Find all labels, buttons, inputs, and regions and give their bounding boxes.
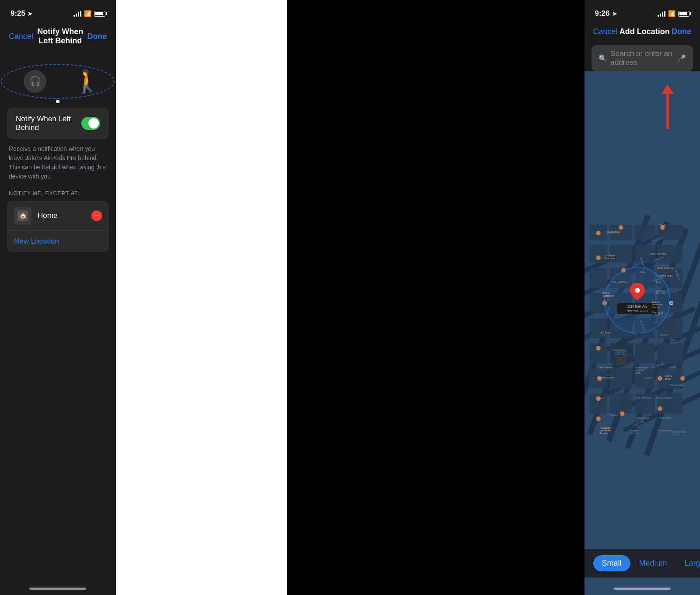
svg-rect-23 (609, 245, 632, 262)
svg-text:MLB Store: MLB Store (599, 331, 610, 334)
svg-text:La Grande: La Grande (605, 254, 615, 257)
svg-text:Equinox: Equinox (645, 377, 652, 379)
svg-text:Channel Gardens: Channel Gardens (657, 430, 673, 432)
status-icons-left: 📶 (74, 10, 105, 17)
airpods-icon: 🎧 (24, 70, 46, 93)
svg-text:PizzAr: PizzAr (660, 224, 666, 227)
svg-rect-41 (657, 343, 682, 364)
svg-text:Limani: Limani (670, 367, 676, 369)
svg-text:Enterprise: Enterprise (656, 290, 665, 292)
svg-point-72 (658, 406, 662, 411)
svg-text:RADIO CITY: RADIO CITY (615, 351, 626, 353)
svg-rect-20 (635, 225, 655, 240)
svg-text:Magnolia Bakery: Magnolia Bakery (597, 376, 614, 379)
location-arrow-left: ➤ (28, 10, 32, 17)
svg-point-73 (658, 376, 662, 381)
toggle-label: Notify When Left Behind (16, 115, 81, 132)
status-icons-right: 📶 (658, 10, 690, 17)
svg-rect-47 (609, 394, 632, 414)
svg-text:Udon Noodle: Udon Noodle (599, 430, 611, 432)
search-input[interactable]: Search or enter an address (611, 49, 674, 67)
clock-right: 9:26 (595, 9, 610, 18)
location-name-home: Home (38, 211, 91, 220)
middle-gap (116, 0, 287, 595)
svg-rect-26 (589, 268, 607, 288)
location-list: 🏠 Home − New Location (7, 201, 109, 252)
svg-text:Center: Center (635, 372, 641, 374)
remove-location-button[interactable]: − (91, 210, 102, 221)
svg-rect-34 (589, 318, 607, 338)
svg-text:US Post Office: US Post Office (672, 431, 686, 433)
signal-icon-right (658, 10, 665, 17)
svg-text:Ameri...: Ameri... (670, 339, 677, 341)
svg-text:TsuruTonTan: TsuruTonTan (599, 427, 611, 429)
size-buttons-bar: Small Medium Large (584, 549, 700, 578)
size-small-button[interactable]: Small (593, 555, 630, 571)
svg-text:ROCKEFELLER: ROCKEFELLER (635, 417, 650, 419)
time-left: 9:25 ➤ (10, 9, 32, 18)
nav-bar-left: Cancel Notify When Left Behind Done (0, 24, 116, 51)
arrow-up-head (662, 84, 674, 94)
svg-text:Burger: Burger (665, 378, 671, 380)
svg-point-77 (635, 288, 640, 293)
svg-rect-40 (635, 343, 655, 364)
done-button-left[interactable]: Done (88, 32, 107, 41)
svg-point-61 (596, 231, 600, 235)
svg-text:MUSIC HALL: MUSIC HALL (615, 354, 627, 356)
svg-text:★ Rockefeller: ★ Rockefeller (658, 417, 671, 419)
svg-point-74 (680, 376, 685, 381)
svg-point-70 (596, 416, 600, 421)
svg-text:Nintendo: Nintendo (630, 430, 638, 432)
mic-icon[interactable]: 🎤 (677, 54, 686, 63)
cancel-button-right[interactable]: Cancel (593, 27, 618, 36)
svg-text:LOFT: LOFT (599, 396, 606, 399)
svg-text:Mastro's: Mastro's (602, 292, 611, 294)
cancel-button-left[interactable]: Cancel (9, 32, 33, 41)
page-title-right: Add Location (620, 27, 670, 36)
svg-text:Hilton: Hilton (640, 271, 645, 273)
battery-icon-right (678, 11, 690, 17)
new-location-label[interactable]: New Location (14, 237, 59, 246)
svg-point-71 (620, 411, 624, 416)
search-bar[interactable]: 🔍 Search or enter an address 🎤 (592, 45, 693, 71)
search-icon: 🔍 (598, 54, 607, 63)
svg-text:New York: New York (630, 432, 638, 434)
home-thumb-svg: 🏠 (17, 210, 29, 222)
svg-text:Brasserie: Brasserie (599, 432, 608, 434)
done-button-right[interactable]: Done (672, 27, 691, 36)
arrow-up-shaft (666, 94, 669, 129)
size-large-button[interactable]: Large (676, 555, 700, 571)
map-svg: RADIO CITY MUSIC HALL W 54TH ST W 53RD S… (584, 71, 700, 595)
svg-text:Steakhouse: Steakhouse (652, 304, 663, 306)
svg-text:Rockefeller: Rockefeller (635, 369, 645, 371)
svg-text:Quality Bistro: Quality Bistro (607, 231, 620, 233)
svg-rect-48 (635, 394, 655, 414)
svg-text:Banana Republic: Banana Republic (656, 397, 672, 399)
location-arrow-right: ➤ (612, 10, 617, 17)
svg-point-67 (596, 346, 600, 350)
illustration-bg: 🎧 🚶 (1, 64, 115, 99)
signal-icon-left (74, 10, 81, 17)
location-thumb-home: 🏠 (14, 207, 32, 224)
svg-text:Brooks Brothers: Brooks Brothers (612, 349, 627, 351)
svg-text:Restaurants: Restaurants (602, 294, 614, 297)
battery-icon-left (94, 11, 105, 17)
new-location-item[interactable]: New Location (7, 231, 109, 252)
svg-text:1290 Sixth Ave: 1290 Sixth Ave (627, 305, 647, 308)
svg-text:Legal: Legal (675, 433, 679, 435)
person-walking-icon: 🚶 (74, 69, 101, 94)
svg-text:🏠: 🏠 (19, 212, 27, 220)
svg-rect-22 (589, 245, 607, 262)
svg-text:New York, 10104: New York, 10104 (626, 309, 648, 312)
svg-text:Radisson: Radisson (660, 334, 668, 336)
dot-indicator (56, 100, 60, 103)
size-medium-button[interactable]: Medium (630, 555, 676, 571)
svg-text:Boucherie: Boucherie (605, 257, 615, 259)
home-indicator-right (614, 588, 671, 590)
svg-text:The Halal Guys: The Halal Guys (612, 281, 628, 284)
toggle-knob (88, 118, 99, 129)
notify-toggle-switch[interactable] (81, 117, 100, 130)
clock-left: 9:25 (10, 9, 25, 18)
map-area[interactable]: RADIO CITY MUSIC HALL W 54TH ST W 53RD S… (584, 71, 700, 595)
illustration-area: 🎧 🚶 (0, 51, 116, 108)
